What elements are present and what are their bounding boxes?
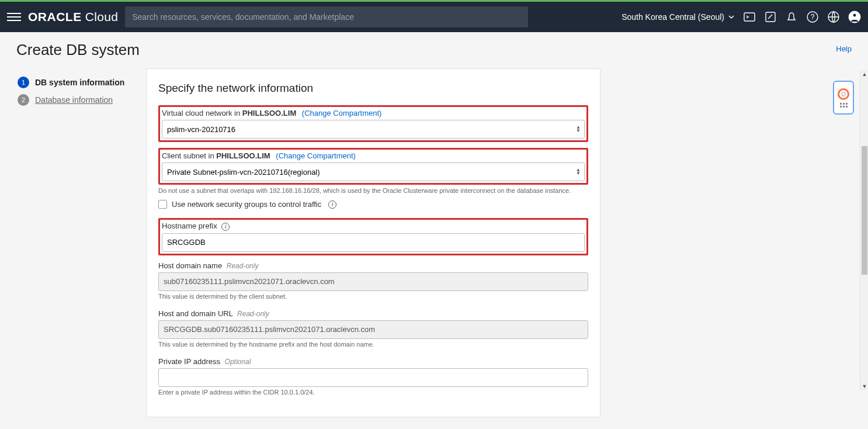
svg-point-6	[853, 13, 856, 17]
step-database-information[interactable]: 2 Database information	[18, 94, 134, 106]
scrollbar-thumb[interactable]	[862, 146, 867, 275]
host-url-input	[158, 320, 588, 339]
private-ip-input[interactable]	[158, 368, 588, 387]
vcn-label: Virtual cloud network in PHILLSOO.LIM (C…	[162, 109, 585, 117]
info-icon[interactable]: i	[328, 200, 336, 209]
highlight-hostname: Hostname prefix i	[158, 218, 588, 255]
page-title: Create DB system	[16, 41, 852, 59]
svg-rect-1	[766, 12, 775, 22]
step-number-2: 2	[18, 94, 29, 106]
oracle-cloud-logo: ORACLE Cloud	[28, 10, 118, 24]
host-domain-label: Host domain name Read-only	[158, 261, 588, 270]
edit-icon[interactable]	[764, 11, 777, 23]
scrollbar[interactable]: ▲ ▼	[860, 70, 868, 390]
subnet-helper-text: Do not use a subnet that overlaps with 1…	[158, 187, 588, 194]
step-number-1: 1	[18, 77, 29, 88]
announcements-bell-icon[interactable]	[785, 11, 798, 23]
info-icon[interactable]: i	[221, 223, 230, 231]
help-link[interactable]: Help	[836, 44, 852, 53]
step-label-1: DB system information	[35, 78, 124, 87]
region-selector[interactable]: South Korea Central (Seoul)	[622, 12, 735, 22]
host-url-helper: This value is determined by the hostname…	[158, 341, 588, 348]
subnet-change-compartment-link[interactable]: (Change Compartment)	[276, 151, 356, 160]
vcn-selected-value: pslim-vcn-20210716	[167, 125, 235, 134]
vcn-select[interactable]: pslim-vcn-20210716 ▲▼	[162, 120, 585, 139]
svg-rect-0	[744, 13, 755, 21]
global-search[interactable]	[125, 6, 528, 27]
network-information-panel: Specify the network information Virtual …	[146, 68, 600, 417]
lifesaver-icon	[838, 88, 849, 100]
page-header: Help Create DB system	[0, 32, 868, 64]
scroll-up-arrow-icon[interactable]: ▲	[860, 70, 868, 78]
topbar: ORACLE Cloud South Korea Central (Seoul)…	[0, 2, 868, 32]
search-input[interactable]	[132, 12, 521, 22]
user-profile-icon[interactable]	[848, 11, 861, 23]
hamburger-menu-icon[interactable]	[7, 10, 21, 24]
hostname-label: Hostname prefix i	[162, 222, 585, 231]
host-domain-input	[158, 272, 588, 291]
panel-heading: Specify the network information	[158, 82, 588, 95]
hostname-prefix-input[interactable]	[162, 233, 585, 252]
scroll-down-arrow-icon[interactable]: ▼	[860, 382, 868, 390]
chevron-down-icon	[728, 13, 735, 20]
highlight-subnet: Client subnet in PHILLSOO.LIM (Change Co…	[158, 148, 588, 185]
subnet-selected-value: Private Subnet-pslim-vcn-20210716(region…	[167, 168, 320, 177]
client-subnet-select[interactable]: Private Subnet-pslim-vcn-20210716(region…	[162, 162, 585, 181]
private-ip-label: Private IP address Optional	[158, 357, 588, 366]
cloud-shell-icon[interactable]	[743, 11, 756, 23]
host-domain-helper: This value is determined by the client s…	[158, 293, 588, 300]
step-label-2: Database information	[35, 95, 113, 105]
help-icon[interactable]: ?	[806, 11, 819, 23]
host-url-label: Host and domain URL Read-only	[158, 309, 588, 318]
subnet-label: Client subnet in PHILLSOO.LIM (Change Co…	[162, 151, 585, 160]
svg-text:?: ?	[811, 13, 815, 21]
nsg-checkbox[interactable]	[158, 200, 167, 209]
wizard-steps-sidebar: 1 DB system information 2 Database infor…	[0, 64, 146, 429]
select-caret-icon: ▲▼	[576, 168, 581, 175]
private-ip-helper: Enter a private IP address within the CI…	[158, 389, 588, 396]
vcn-change-compartment-link[interactable]: (Change Compartment)	[302, 109, 382, 117]
region-label: South Korea Central (Seoul)	[622, 12, 724, 22]
nsg-checkbox-label: Use network security groups to control t…	[172, 200, 321, 209]
globe-language-icon[interactable]	[827, 11, 840, 23]
drag-handle-icon	[840, 103, 848, 108]
highlight-vcn: Virtual cloud network in PHILLSOO.LIM (C…	[158, 105, 588, 142]
nsg-checkbox-row[interactable]: Use network security groups to control t…	[158, 200, 588, 209]
select-caret-icon: ▲▼	[576, 126, 581, 133]
support-floating-button[interactable]	[833, 81, 854, 115]
step-db-system-information[interactable]: 1 DB system information	[18, 77, 134, 88]
